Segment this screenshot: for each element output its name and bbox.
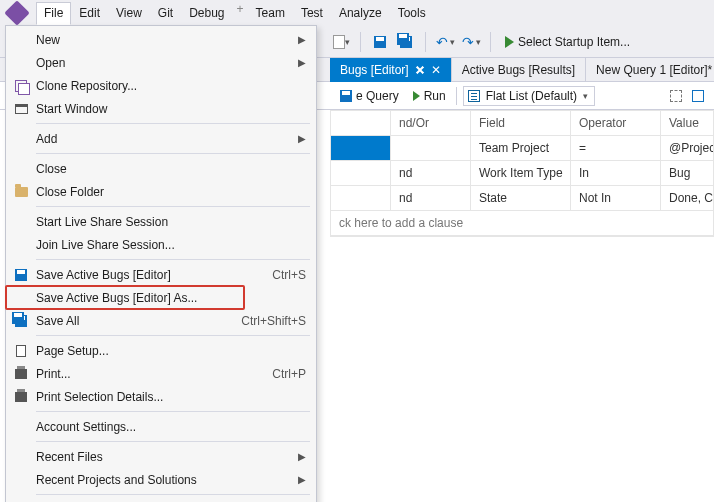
menu-item-account-settings[interactable]: Account Settings... <box>6 415 316 438</box>
cell[interactable] <box>331 161 391 186</box>
menu-item-close-folder[interactable]: Close Folder <box>6 180 316 203</box>
menu-item-label: Close <box>36 162 306 176</box>
new-item-button[interactable]: ▾ <box>330 31 352 53</box>
tab-label: Active Bugs [Results] <box>462 63 575 77</box>
menu-tools[interactable]: Tools <box>390 2 434 24</box>
menu-item-print-selection-details[interactable]: Print Selection Details... <box>6 385 316 408</box>
query-view-dropdown[interactable]: Flat List (Default) ▾ <box>463 86 595 106</box>
cell[interactable]: nd <box>391 161 471 186</box>
play-icon <box>505 36 514 48</box>
query-view-label: Flat List (Default) <box>486 89 577 103</box>
file-menu: New▶Open▶Clone Repository...Start Window… <box>5 25 317 502</box>
print-icon <box>15 392 27 402</box>
menu-item-start-window[interactable]: Start Window <box>6 97 316 120</box>
startup-label: Select Startup Item... <box>518 35 630 49</box>
menu-item-open[interactable]: Open▶ <box>6 51 316 74</box>
save-query-button[interactable]: e Query <box>336 87 403 105</box>
pin-icon[interactable] <box>413 62 427 76</box>
menu-item-add[interactable]: Add▶ <box>6 127 316 150</box>
menu-item-label: Close Folder <box>36 185 306 199</box>
undo-button[interactable]: ▾ <box>434 31 456 53</box>
icon-slot <box>6 104 36 114</box>
redo-button[interactable]: ▾ <box>460 31 482 53</box>
menu-item-save-all[interactable]: Save AllCtrl+Shift+S <box>6 309 316 332</box>
vs-logo-icon <box>4 0 29 25</box>
column-header[interactable] <box>331 111 391 136</box>
tab-active-bugs-results-[interactable]: Active Bugs [Results] <box>452 58 586 82</box>
toolbar-add-button[interactable]: + <box>233 2 248 24</box>
column-options-button[interactable] <box>690 88 706 104</box>
add-clause-row[interactable]: ck here to add a clause <box>331 211 714 236</box>
menu-separator <box>36 494 310 495</box>
menu-item-recent-projects-and-solutions[interactable]: Recent Projects and Solutions▶ <box>6 468 316 491</box>
menu-item-label: Page Setup... <box>36 344 306 358</box>
shortcut-label: Ctrl+P <box>272 367 306 381</box>
column-header[interactable]: Value <box>661 111 714 136</box>
submenu-arrow-icon: ▶ <box>298 34 306 45</box>
cell[interactable]: Done, Completed, <box>661 186 714 211</box>
menu-debug[interactable]: Debug <box>181 2 232 24</box>
cell[interactable]: @Project <box>661 136 714 161</box>
menu-item-label: Print Selection Details... <box>36 390 306 404</box>
menu-file[interactable]: File <box>36 2 71 25</box>
cell[interactable]: In <box>571 161 661 186</box>
cell[interactable] <box>391 136 471 161</box>
tab-bugs-editor-[interactable]: Bugs [Editor]✕ <box>330 58 452 82</box>
cell[interactable] <box>331 136 391 161</box>
run-query-button[interactable]: Run <box>409 87 450 105</box>
menu-edit[interactable]: Edit <box>71 2 108 24</box>
cell[interactable]: Team Project <box>471 136 571 161</box>
page-icon <box>16 345 26 357</box>
submenu-arrow-icon: ▶ <box>298 451 306 462</box>
close-icon[interactable]: ✕ <box>431 64 441 76</box>
save-button[interactable] <box>369 31 391 53</box>
menu-item-start-live-share-session[interactable]: Start Live Share Session <box>6 210 316 233</box>
menu-item-close[interactable]: Close <box>6 157 316 180</box>
cell[interactable]: Bug <box>661 161 714 186</box>
menu-git[interactable]: Git <box>150 2 181 24</box>
menu-item-save-active-bugs-editor-as[interactable]: Save Active Bugs [Editor] As... <box>6 286 316 309</box>
window-icon <box>15 104 28 114</box>
menu-item-label: Print... <box>36 367 260 381</box>
menu-item-join-live-share-session[interactable]: Join Live Share Session... <box>6 233 316 256</box>
menu-item-label: Start Live Share Session <box>36 215 306 229</box>
startup-item-button[interactable]: Select Startup Item... <box>499 33 636 51</box>
icon-slot <box>6 369 36 379</box>
clause-row[interactable]: ndStateNot InDone, Completed, <box>331 186 714 211</box>
tab-new-query-1-editor-[interactable]: New Query 1 [Editor]* <box>586 58 714 82</box>
column-header[interactable]: Field <box>471 111 571 136</box>
save-all-button[interactable] <box>395 31 417 53</box>
menu-analyze[interactable]: Analyze <box>331 2 390 24</box>
menu-item-new[interactable]: New▶ <box>6 28 316 51</box>
menu-item-label: Save All <box>36 314 229 328</box>
menu-item-page-setup[interactable]: Page Setup... <box>6 339 316 362</box>
menu-item-exit[interactable]: ExitAlt+F4 <box>6 498 316 502</box>
clause-row[interactable]: Team Project=@Project <box>331 136 714 161</box>
column-header[interactable]: nd/Or <box>391 111 471 136</box>
icon-slot <box>6 345 36 357</box>
column-header[interactable]: Operator <box>571 111 661 136</box>
cell[interactable]: Not In <box>571 186 661 211</box>
cell[interactable]: = <box>571 136 661 161</box>
cell[interactable] <box>331 186 391 211</box>
cell[interactable]: State <box>471 186 571 211</box>
add-column-button[interactable] <box>668 88 684 104</box>
menu-item-label: Save Active Bugs [Editor] <box>36 268 260 282</box>
run-query-label: Run <box>424 89 446 103</box>
menu-item-clone-repository[interactable]: Clone Repository... <box>6 74 316 97</box>
cell[interactable]: Work Item Type <box>471 161 571 186</box>
icon-slot <box>6 187 36 197</box>
menu-team[interactable]: Team <box>248 2 293 24</box>
menu-view[interactable]: View <box>108 2 150 24</box>
menu-item-recent-files[interactable]: Recent Files▶ <box>6 445 316 468</box>
icon-slot <box>6 80 36 92</box>
menu-item-label: Join Live Share Session... <box>36 238 306 252</box>
menu-item-label: Recent Files <box>36 450 298 464</box>
icon-slot <box>6 392 36 402</box>
menu-test[interactable]: Test <box>293 2 331 24</box>
menu-separator <box>36 335 310 336</box>
menu-item-print[interactable]: Print...Ctrl+P <box>6 362 316 385</box>
cell[interactable]: nd <box>391 186 471 211</box>
menu-item-save-active-bugs-editor[interactable]: Save Active Bugs [Editor]Ctrl+S <box>6 263 316 286</box>
clause-row[interactable]: ndWork Item TypeInBug <box>331 161 714 186</box>
